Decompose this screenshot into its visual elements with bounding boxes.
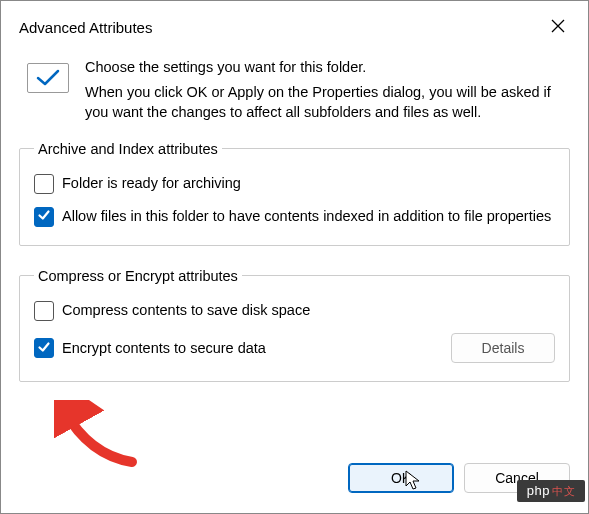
close-icon — [551, 19, 565, 36]
archive-checkbox-label: Folder is ready for archiving — [62, 173, 241, 193]
advanced-attributes-dialog: Advanced Attributes Choose the settings … — [0, 0, 589, 514]
dialog-footer: OK Cancel — [1, 463, 588, 513]
compress-encrypt-legend: Compress or Encrypt attributes — [34, 268, 242, 284]
close-button[interactable] — [542, 11, 574, 43]
compress-checkbox-label: Compress contents to save disk space — [62, 300, 310, 320]
intro-body: When you click OK or Apply on the Proper… — [85, 82, 570, 123]
checkbox-row: Encrypt contents to secure data Details — [34, 333, 555, 363]
dialog-content: Choose the settings you want for this fo… — [1, 51, 588, 463]
checkbox-illustration-icon — [27, 63, 69, 93]
cancel-button[interactable]: Cancel — [464, 463, 570, 493]
intro-heading: Choose the settings you want for this fo… — [85, 57, 570, 78]
dialog-title: Advanced Attributes — [19, 19, 152, 36]
details-button[interactable]: Details — [451, 333, 555, 363]
encrypt-checkbox-label: Encrypt contents to secure data — [62, 338, 266, 358]
titlebar: Advanced Attributes — [1, 1, 588, 51]
compress-checkbox[interactable] — [34, 301, 54, 321]
encrypt-checkbox[interactable] — [34, 338, 54, 358]
checkbox-row: Compress contents to save disk space — [34, 300, 555, 321]
checkbox-row: Folder is ready for archiving — [34, 173, 555, 194]
checkmark-icon — [37, 208, 51, 225]
index-checkbox-label: Allow files in this folder to have conte… — [62, 206, 551, 226]
index-checkbox[interactable] — [34, 207, 54, 227]
archive-index-legend: Archive and Index attributes — [34, 141, 222, 157]
ok-button[interactable]: OK — [348, 463, 454, 493]
intro-section: Choose the settings you want for this fo… — [19, 57, 570, 123]
archive-index-group: Archive and Index attributes Folder is r… — [19, 141, 570, 246]
archive-checkbox[interactable] — [34, 174, 54, 194]
intro-text: Choose the settings you want for this fo… — [85, 57, 570, 123]
checkbox-row: Allow files in this folder to have conte… — [34, 206, 555, 227]
checkmark-icon — [37, 340, 51, 357]
compress-encrypt-group: Compress or Encrypt attributes Compress … — [19, 268, 570, 382]
